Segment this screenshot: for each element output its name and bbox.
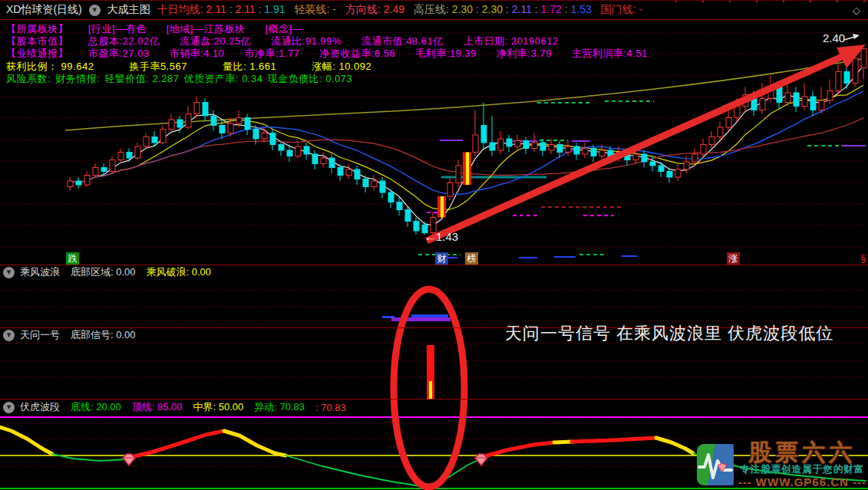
- logo-icon: [697, 444, 734, 485]
- diamond-gem-icon: [123, 454, 135, 465]
- chevron-down-icon[interactable]: ▾: [3, 402, 15, 413]
- info-segment: 优质资产率: 0.34: [184, 73, 263, 84]
- panel-name[interactable]: 天问一号: [20, 328, 60, 342]
- info-segment: 市净率:1.77: [245, 48, 300, 59]
- moving-average-lines: [70, 65, 863, 225]
- indicator-value: 2.11: [235, 3, 255, 15]
- indicator-value: 2.49: [381, 3, 404, 15]
- chengfeng-panel-bars: [382, 314, 451, 321]
- chevron-down-icon[interactable]: ▾: [3, 330, 15, 341]
- indicator-value: -: [329, 3, 336, 15]
- info-segment: 涨幅: 10.092: [312, 61, 371, 72]
- info-segment: [行业]—有色: [88, 23, 147, 35]
- info-segment: 【业绩通报】: [6, 48, 68, 59]
- info-segment: 轻警价值: 2.287: [104, 73, 179, 84]
- info-segment: 获利比例： 99.642: [6, 61, 94, 72]
- indicator-value: 2.11: [203, 3, 226, 15]
- indicator-value: 2.11: [512, 3, 532, 15]
- stock-title: XD怡球资(日线): [6, 3, 82, 17]
- info-segment: 主营利润率:4.51: [572, 48, 648, 59]
- info-segment: 现金负债比: 0.073: [268, 73, 353, 84]
- title-bar: XD怡球资(日线) ▾ 大成主图 十日均线: 2.11 : 2.11 : 1.9…: [0, 1, 868, 19]
- indicator-separator: :: [226, 3, 236, 15]
- high-price-label: 2.40: [823, 31, 845, 44]
- indicator-separator: :: [532, 3, 541, 15]
- indicator-separator: :: [503, 3, 512, 15]
- low-price-label: ←1.43: [424, 230, 458, 243]
- info-segment: 流通比:91.99%: [271, 35, 342, 47]
- indicator-value: 2.30: [449, 3, 473, 15]
- panel-name[interactable]: 伏虎波段: [20, 400, 60, 414]
- panel-header: ▾天问一号底部信号: 0.00: [3, 328, 147, 342]
- info-row: 风险系数:财务情报:轻警价值: 2.287优质资产率: 0.34现金负债比: 0…: [6, 72, 357, 86]
- info-segment: 【股本市值】: [6, 35, 68, 47]
- info-segment: 【所属板块】: [6, 23, 68, 35]
- panel-value: 底部信号: 0.00: [71, 328, 136, 342]
- chart-marker-§[interactable]: §: [856, 252, 868, 265]
- indicator-group: 轻装线: -: [295, 3, 336, 15]
- panel-name[interactable]: 乘风波浪: [20, 265, 60, 279]
- indicator-separator: :: [256, 3, 265, 15]
- diamond-gem-icon: [475, 454, 487, 465]
- info-segment: 上市日期: 20190612: [464, 35, 559, 47]
- info-segment: 净利率:3.79: [497, 48, 552, 59]
- main-chart-label[interactable]: 大成主图: [107, 3, 150, 17]
- info-segment: 市销率:4.10: [170, 48, 225, 59]
- chart-marker-财[interactable]: 财: [435, 252, 448, 265]
- indicator-label: 十日均线:: [157, 3, 203, 15]
- info-segment: 市盈率:27.03: [88, 48, 150, 59]
- signal-annotation-text: 天问一号信号 在乘风波浪里 伏虎波段低位: [505, 322, 833, 345]
- indicator-value: 1.91: [264, 3, 285, 15]
- info-segment: 流通市值:48.61亿: [361, 35, 444, 47]
- chevron-down-icon[interactable]: ▾: [89, 5, 101, 16]
- chart-marker-榜[interactable]: 榜: [465, 252, 478, 265]
- indicator-label: 高压线:: [414, 3, 449, 15]
- indicator-group: 十日均线: 2.11 : 2.11 : 1.91: [157, 3, 285, 15]
- info-segment: 流通盘:20.25亿: [180, 35, 251, 47]
- info-segment: 换手率5.567: [129, 61, 187, 72]
- site-logo: 股票六六 专注股票创造属于您的财富 --- WWW.GP66.CN ---: [697, 441, 866, 488]
- indicator-separator: :: [562, 3, 571, 15]
- info-segment: 风险系数:: [6, 73, 51, 84]
- diamond-icon[interactable]: ◇: [853, 5, 860, 16]
- info-segment: 毛利率:19.39: [415, 48, 477, 59]
- panel-value: 底线: 20.00: [71, 400, 121, 414]
- panel-header: ▾乘风波浪底部区域: 0.00乘风破浪: 0.00: [3, 265, 222, 279]
- info-row: 【业绩通报】市盈率:27.03市销率:4.10市净率:1.77净资收益率:6.5…: [6, 47, 668, 61]
- info-segment: [地域]—江苏板块: [167, 23, 246, 35]
- indicator-label: 方向线:: [345, 3, 381, 15]
- indicator-separator: :: [473, 3, 482, 15]
- info-segment: 总股本:22.02亿: [88, 35, 160, 47]
- panel-value: 底部区域: 0.00: [71, 265, 136, 279]
- indicator-value: -: [636, 3, 643, 15]
- info-segment: 净资收益率:6.56: [320, 48, 396, 59]
- chart-marker-跌[interactable]: 跌: [66, 252, 79, 265]
- panel-value: 乘风破浪: 0.00: [147, 265, 212, 279]
- info-segment: 量比: 1.661: [223, 61, 276, 72]
- panel-value: 异动: 70.83: [254, 400, 305, 414]
- indicator-group: 国门线: -: [601, 3, 642, 15]
- logo-url: --- WWW.GP66.CN ---: [738, 475, 866, 488]
- panel-header: ▾伏虎波段底线: 20.00顶线: 85.00中界: 50.00异动: 70.8…: [3, 400, 357, 414]
- indicator-value: 1.72: [541, 3, 562, 15]
- indicator-strip: 十日均线: 2.11 : 2.11 : 1.91轻装线: -方向线: 2.49高…: [157, 3, 652, 17]
- indicator-label: 国门线:: [601, 3, 636, 15]
- info-segment: 财务情报:: [55, 73, 100, 84]
- indicator-group: 方向线: 2.49: [345, 3, 404, 15]
- logo-title: 股票六六: [738, 441, 866, 464]
- indicator-group: 高压线: 2.30 : 2.30 : 2.11 : 1.72 : 1.53: [414, 3, 592, 15]
- separator-titlebar: [0, 19, 868, 20]
- chevron-down-icon[interactable]: ▾: [3, 267, 15, 278]
- indicator-label: 轻装线:: [295, 3, 330, 15]
- panel-value: 顶线: 85.00: [132, 400, 183, 414]
- chart-marker-涨[interactable]: 涨: [727, 252, 740, 265]
- panel-value: 中界: 50.00: [193, 400, 244, 414]
- indicator-value: 1.53: [571, 3, 592, 15]
- panel-value: : 70.83: [315, 402, 346, 413]
- separator-panel3: [0, 399, 868, 400]
- info-segment: [概念]—: [265, 23, 302, 35]
- indicator-value: 2.30: [482, 3, 503, 15]
- logo-tagline: 专注股票创造属于您的财富: [738, 464, 866, 475]
- tianwen-signal-bar: [427, 345, 434, 399]
